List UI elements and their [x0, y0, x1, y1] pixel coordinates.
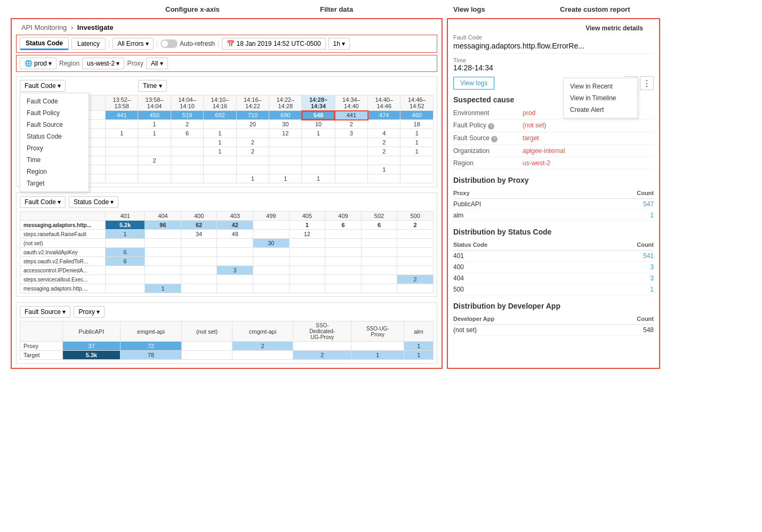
s2-cell-r3c5[interactable]: 30 [253, 239, 289, 248]
cell-r6c2[interactable]: 2 [138, 156, 171, 165]
cell-r3c1[interactable]: 1 [106, 129, 138, 138]
time-col-2[interactable]: 13:58–14:04 [138, 95, 171, 111]
dropdown-item-status-code[interactable]: Status Code [20, 131, 89, 142]
proxy-col-notset[interactable]: (not set) [182, 321, 232, 342]
cell-r4c4[interactable]: 1 [204, 138, 236, 147]
cell-r5c9[interactable]: 2 [368, 147, 400, 156]
s2-cell-r2c1[interactable]: 1 [106, 230, 145, 239]
proxy-col-sso-ug[interactable]: SSO-UG-Proxy [351, 321, 404, 342]
section3-col2-selector[interactable]: Proxy ▾ [74, 306, 105, 318]
proxy-selector[interactable]: All ▾ [146, 58, 168, 69]
cell-r2c8[interactable]: 2 [335, 120, 367, 129]
cell-r2c6[interactable]: 30 [269, 120, 302, 129]
range-selector[interactable]: 1h ▾ [328, 38, 350, 50]
cell-r1c4[interactable]: 692 [204, 111, 236, 120]
cell-r8c5[interactable]: 1 [236, 174, 269, 183]
cell-r2c10[interactable]: 18 [400, 120, 434, 129]
cell-r2c5[interactable]: 20 [236, 120, 269, 129]
cell-r1c3[interactable]: 519 [171, 111, 203, 120]
s3-cell-r1c1[interactable]: 37 [63, 342, 121, 351]
section1-col1-selector[interactable]: Fault Code ▾ [20, 80, 66, 92]
cell-r1c10[interactable]: 460 [400, 111, 434, 120]
s2-cell-r2c6[interactable]: 12 [289, 230, 325, 239]
cell-r5c10[interactable]: 1 [400, 147, 434, 156]
s2-cell-r1c1[interactable]: 5.2k [106, 221, 145, 230]
cell-r3c7[interactable]: 1 [302, 129, 335, 138]
s2-cell-r1c9[interactable]: 2 [397, 221, 434, 230]
section2-col1-selector[interactable]: Fault Code ▾ [20, 196, 66, 208]
s2-cell-r1c2[interactable]: 96 [145, 221, 181, 230]
s3-cell-r2c5[interactable]: 2 [293, 351, 351, 360]
cell-r3c2[interactable]: 1 [138, 129, 171, 138]
cell-r4c10[interactable]: 1 [400, 138, 434, 147]
dropdown-item-time[interactable]: Time [20, 154, 89, 166]
s3-cell-r2c1[interactable]: 5.3k [63, 351, 121, 360]
cell-r1c6[interactable]: 690 [269, 111, 302, 120]
status-col-409[interactable]: 409 [325, 212, 362, 221]
proxy-col-sso-ded[interactable]: SSO-Dedicated-UG-Proxy [293, 321, 351, 342]
context-view-timeline[interactable]: View in Timeline [564, 92, 637, 104]
cell-r1c7-selected[interactable]: 548 [302, 111, 335, 120]
section1-col2-selector[interactable]: Time ▾ [138, 80, 167, 92]
more-options-btn[interactable]: ⋮ [640, 76, 654, 90]
time-col-4[interactable]: 14:10–14:16 [204, 95, 236, 111]
s2-cell-r5c1[interactable]: 6 [106, 257, 145, 266]
status-col-502[interactable]: 502 [361, 212, 397, 221]
time-col-6[interactable]: 14:22–14:28 [269, 95, 302, 111]
s2-cell-r7c9[interactable]: 2 [397, 275, 434, 284]
cell-r3c3[interactable]: 6 [171, 129, 203, 138]
cell-r3c4[interactable]: 1 [204, 129, 236, 138]
cell-r3c6[interactable]: 12 [269, 129, 302, 138]
time-col-8[interactable]: 14:34–14:40 [335, 95, 367, 111]
s2-cell-r1c8[interactable]: 6 [361, 221, 397, 230]
cell-r2c7[interactable]: 10 [302, 120, 335, 129]
dropdown-item-fault-policy[interactable]: Fault Policy [20, 107, 89, 119]
cell-r2c3[interactable]: 2 [171, 120, 203, 129]
s2-cell-r1c6[interactable]: 1 [289, 221, 325, 230]
time-col-5[interactable]: 14:16–14:22 [236, 95, 269, 111]
s2-cell-r1c3[interactable]: 62 [181, 221, 217, 230]
s2-cell-r1c7[interactable]: 6 [325, 221, 362, 230]
s3-cell-r1c2[interactable]: 72 [120, 342, 181, 351]
proxy-col-cmgmt[interactable]: cmgmt-api [232, 321, 293, 342]
cell-r7c9[interactable]: 1 [368, 165, 400, 174]
dropdown-item-proxy[interactable]: Proxy [20, 142, 89, 154]
section3-col1-selector[interactable]: Fault Source ▾ [20, 306, 70, 318]
latency-tab[interactable]: Latency [71, 38, 106, 50]
status-col-404[interactable]: 404 [145, 212, 181, 221]
s2-cell-r1c4[interactable]: 42 [217, 221, 253, 230]
dropdown-item-region[interactable]: Region [20, 166, 89, 178]
env-selector[interactable]: 🌐 prod ▾ [20, 58, 57, 69]
s3-cell-r2c7[interactable]: 1 [404, 351, 434, 360]
dropdown-item-fault-code[interactable]: Fault Code [20, 95, 89, 107]
context-view-recent[interactable]: View in Recent [564, 80, 637, 92]
region-selector[interactable]: us-west-2 ▾ [82, 58, 124, 69]
cell-r1c1[interactable]: 441 [106, 111, 138, 120]
status-col-401[interactable]: 401 [106, 212, 145, 221]
time-col-9[interactable]: 14:40–14:46 [368, 95, 400, 111]
cell-r4c5[interactable]: 2 [236, 138, 269, 147]
section2-col2-selector[interactable]: Status Code ▾ [69, 196, 118, 208]
status-col-400[interactable]: 400 [181, 212, 217, 221]
status-code-tab[interactable]: Status Code [20, 37, 69, 50]
cell-r1c2[interactable]: 450 [138, 111, 171, 120]
date-picker[interactable]: 📅 18 Jan 2019 14:52 UTC-0500 [222, 38, 325, 50]
cell-r1c9[interactable]: 474 [368, 111, 400, 120]
auto-refresh-toggle[interactable]: Auto-refresh [161, 39, 215, 48]
s2-cell-r2c4[interactable]: 48 [217, 230, 253, 239]
cell-r8c6[interactable]: 1 [269, 174, 302, 183]
cell-r5c4[interactable]: 1 [204, 147, 236, 156]
dropdown-item-target[interactable]: Target [20, 178, 89, 189]
view-logs-button[interactable]: View logs [453, 77, 494, 90]
proxy-col-emgmt[interactable]: emgmt-api [120, 321, 181, 342]
time-col-7[interactable]: 14:28–14:34 [302, 95, 335, 111]
proxy-col-publicapi[interactable]: PublicAPI [63, 321, 121, 342]
status-col-500[interactable]: 500 [397, 212, 434, 221]
s2-cell-r8c2[interactable]: 1 [145, 284, 181, 293]
s2-cell-r2c3[interactable]: 34 [181, 230, 217, 239]
cell-r3c8[interactable]: 3 [335, 129, 367, 138]
s3-cell-r2c6[interactable]: 1 [351, 351, 404, 360]
cell-r4c9[interactable]: 2 [368, 138, 400, 147]
cell-r1c5[interactable]: 710 [236, 111, 269, 120]
s3-cell-r1c7[interactable]: 1 [404, 342, 434, 351]
